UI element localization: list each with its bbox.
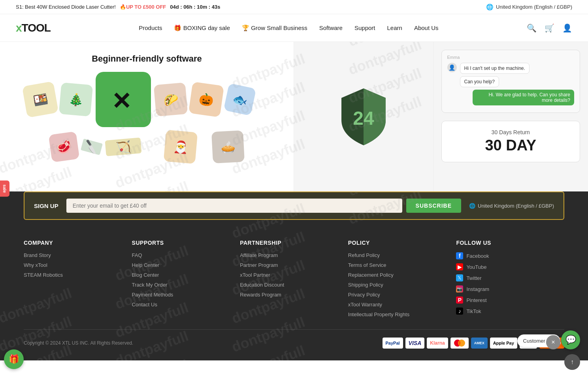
software-item: 🏹 bbox=[105, 137, 141, 156]
navbar: xTOOL Products 🎁 BOXING day sale 🏆 Grow … bbox=[0, 14, 588, 42]
link-warranty[interactable]: xTool Warranty bbox=[348, 302, 449, 308]
top-banner: S1: Best 40W Enclosed Diode Laser Cutter… bbox=[0, 0, 588, 14]
software-item: 🌮 bbox=[153, 83, 188, 117]
link-contact-us[interactable]: Contact Us bbox=[132, 302, 232, 308]
nav-products[interactable]: Products bbox=[139, 24, 162, 31]
link-brand-story[interactable]: Brand Story bbox=[24, 252, 124, 258]
link-privacy[interactable]: Privacy Policy bbox=[348, 292, 449, 298]
close-icon: × bbox=[551, 339, 555, 346]
partnership-title: PARTNERSHIP bbox=[240, 240, 340, 246]
search-button[interactable]: 🔍 bbox=[527, 23, 537, 33]
amex-icon: AMEX bbox=[471, 338, 488, 349]
chat-card: Emma 👤 Hi I can't set up the machine. Ca… bbox=[441, 50, 580, 113]
link-help-center[interactable]: Help Center bbox=[132, 262, 232, 268]
applepay-icon: Apple Pay bbox=[490, 338, 517, 349]
banner-right: 🌐 United Kingdom (English / £GBP) bbox=[486, 4, 572, 11]
link-terms[interactable]: Terms of Service bbox=[348, 262, 449, 268]
software-item: 🥩 bbox=[48, 131, 79, 162]
nav-icons: 🔍 🛒 👤 bbox=[527, 23, 572, 33]
chat-msg-2: Can you help? bbox=[447, 76, 575, 87]
link-rewards[interactable]: Rewards Program bbox=[240, 292, 340, 298]
account-button[interactable]: 👤 bbox=[562, 23, 572, 33]
cart-button[interactable]: 🛒 bbox=[545, 23, 554, 33]
link-blog-center[interactable]: Blog Center bbox=[132, 272, 232, 278]
return-box: 30 Days Return 30 DAY bbox=[441, 121, 580, 162]
company-title: COMPANY bbox=[24, 240, 124, 246]
banner-timer: 04d : 06h : 10m : 43s bbox=[170, 4, 220, 10]
software-item: 🍱 bbox=[22, 81, 58, 118]
paypal-icon: PayPal bbox=[383, 338, 403, 349]
newsletter-bar: SIGN UP SUBSCRIBE 🌐 United Kingdom (Engl… bbox=[24, 191, 564, 220]
close-float-button[interactable]: × bbox=[546, 335, 560, 349]
nav-software[interactable]: Software bbox=[319, 24, 343, 31]
link-partner-program[interactable]: Partner Program bbox=[240, 262, 340, 268]
link-facebook[interactable]: f Facebook bbox=[456, 252, 556, 259]
return-label: 30 Days Return bbox=[450, 129, 572, 135]
link-xtool-partner[interactable]: xTool Partner bbox=[240, 272, 340, 278]
footer-follow: FOLLOW US f Facebook ▶ YouTube 𝕏 Twitter… bbox=[456, 240, 564, 321]
copyright-text: Copyright © 2024 XTL US INC. All Rights … bbox=[24, 340, 133, 346]
email-input[interactable] bbox=[66, 199, 402, 213]
footer-company: COMPANY Brand Story Why xTool STEAM Robo… bbox=[24, 240, 132, 321]
link-payment-methods[interactable]: Payment Methods bbox=[132, 292, 232, 298]
chat-msg-1: 👤 Hi I can't set up the machine. bbox=[447, 63, 575, 74]
software-item-main: ✕ bbox=[96, 72, 151, 127]
shield-panel: 24 bbox=[294, 42, 433, 192]
link-affiliate[interactable]: Affiliate Program bbox=[240, 252, 340, 258]
sale-float-button[interactable]: sale bbox=[0, 180, 9, 197]
link-education[interactable]: Education Discount bbox=[240, 282, 340, 288]
logo[interactable]: xTOOL bbox=[16, 22, 51, 34]
banner-left: S1: Best 40W Enclosed Diode Laser Cutter… bbox=[16, 4, 220, 10]
nav-about[interactable]: About Us bbox=[414, 24, 439, 31]
mastercard-icon bbox=[450, 338, 469, 349]
footer: dontpayfulldontpayfulldontpayfulldontpay… bbox=[0, 191, 588, 360]
chat-float-button[interactable]: 💬 bbox=[561, 330, 580, 349]
scroll-up-icon: ↑ bbox=[571, 358, 574, 360]
link-steam[interactable]: STEAM Robotics bbox=[24, 272, 124, 278]
chat-header-text: Emma bbox=[447, 55, 460, 60]
banner-promo: S1: Best 40W Enclosed Diode Laser Cutter… bbox=[16, 4, 116, 10]
visa-icon: VISA bbox=[405, 338, 425, 349]
chat-avatar: 👤 bbox=[447, 63, 457, 72]
logo-x: x bbox=[16, 22, 22, 34]
footer-supports: SUPPORTS FAQ Help Center Blog Center Tra… bbox=[132, 240, 240, 321]
follow-title: FOLLOW US bbox=[456, 240, 556, 246]
nav-learn[interactable]: Learn bbox=[387, 24, 402, 31]
twitter-icon: 𝕏 bbox=[456, 274, 463, 281]
youtube-icon: ▶ bbox=[456, 263, 463, 270]
globe-icon: 🌐 bbox=[486, 4, 494, 11]
link-why-xtool[interactable]: Why xTool bbox=[24, 262, 124, 268]
banner-locale[interactable]: United Kingdom (English / £GBP) bbox=[496, 4, 572, 10]
facebook-icon: f bbox=[456, 252, 463, 259]
nav-support[interactable]: Support bbox=[354, 24, 375, 31]
globe-icon-2: 🌐 bbox=[469, 203, 475, 209]
link-refund[interactable]: Refund Policy bbox=[348, 252, 449, 258]
subscribe-button[interactable]: SUBSCRIBE bbox=[406, 199, 461, 213]
main-content: dontpayfulldontpayfulldontpayfulldontpay… bbox=[0, 42, 588, 192]
newsletter-locale[interactable]: 🌐 United Kingdom (English / £GBP) bbox=[469, 203, 554, 209]
link-track-order[interactable]: Track My Order bbox=[132, 282, 232, 288]
banner-promo-link[interactable]: 🔥UP TO £500 OFF bbox=[120, 4, 166, 10]
chat-bubble-msg3: Hi. We are glad to help. Can you share m… bbox=[473, 90, 574, 105]
link-pinterest[interactable]: P Pinterest bbox=[456, 296, 556, 304]
shield-container: 24 bbox=[332, 85, 395, 148]
chat-bubble-msg2: Can you help? bbox=[460, 76, 499, 87]
right-panel: Emma 👤 Hi I can't set up the machine. Ca… bbox=[433, 42, 588, 192]
supports-title: SUPPORTS bbox=[132, 240, 232, 246]
link-tiktok[interactable]: ♪ TikTok bbox=[456, 308, 556, 315]
software-grid: 🍱 🎄 ✕ 🌮 🎃 🐟 🥩 🔪 🏹 🎅 🥧 bbox=[21, 72, 273, 163]
link-twitter[interactable]: 𝕏 Twitter bbox=[456, 274, 556, 281]
software-item: 🎃 bbox=[188, 82, 224, 117]
software-item: 🔪 bbox=[80, 139, 102, 155]
nav-boxing[interactable]: 🎁 BOXING day sale bbox=[174, 24, 230, 32]
pinterest-icon: P bbox=[456, 296, 463, 304]
link-ipr[interactable]: Intellectual Property Rights bbox=[348, 311, 449, 317]
gift-icon: 🎁 bbox=[9, 354, 19, 360]
link-shipping[interactable]: Shipping Policy bbox=[348, 282, 449, 288]
nav-grow[interactable]: 🏆 Grow Small Business bbox=[242, 24, 307, 32]
link-instagram[interactable]: 📷 Instagram bbox=[456, 285, 556, 293]
link-replacement[interactable]: Replacement Policy bbox=[348, 272, 449, 278]
link-youtube[interactable]: ▶ YouTube bbox=[456, 263, 556, 270]
link-faq[interactable]: FAQ bbox=[132, 252, 232, 258]
logo-text: xTOOL bbox=[16, 22, 51, 34]
